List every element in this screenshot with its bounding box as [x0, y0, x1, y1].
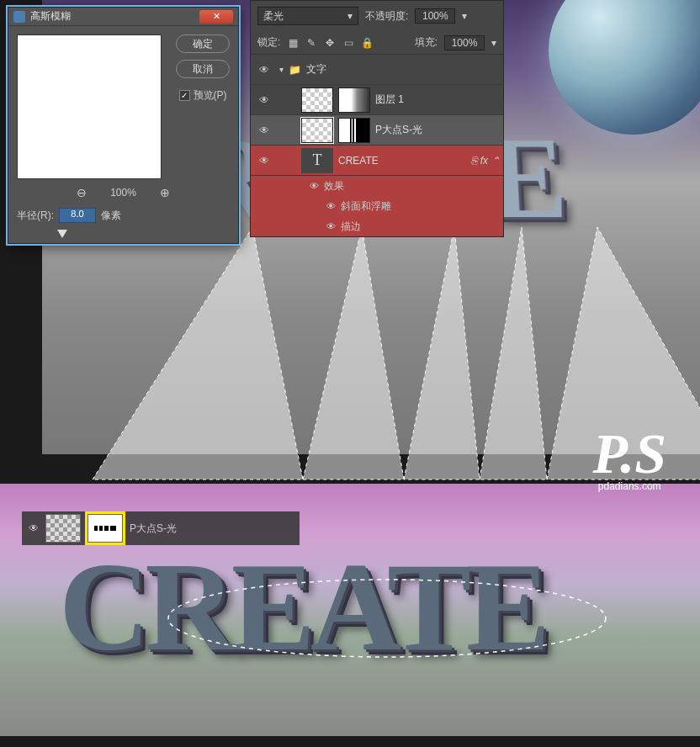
svg-marker-3 — [480, 227, 547, 479]
chevron-down-icon[interactable]: ⌃ — [491, 155, 500, 167]
layer-thumbnail[interactable] — [301, 87, 333, 113]
text-layer-name: CREATE — [338, 155, 466, 167]
radius-unit: 像素 — [101, 209, 121, 223]
preview-area[interactable] — [17, 34, 162, 179]
visibility-eye-icon[interactable]: 👁 — [259, 64, 269, 76]
opacity-input[interactable]: 100% — [415, 8, 455, 24]
link-icon[interactable]: ⎘ — [471, 155, 477, 167]
watermark: P.S pdadians.com — [592, 421, 666, 492]
radius-label: 半径(R): — [17, 209, 54, 223]
visibility-eye-icon[interactable]: 👁 — [29, 522, 39, 534]
layer-row-1[interactable]: 👁 图层 1 — [251, 85, 503, 115]
layers-panel: 柔光 ▾ 不透明度: 100% ▾ 锁定: ▦ ✎ ✥ ▭ 🔒 填充: 100%… — [250, 0, 504, 237]
layer-group-row[interactable]: 👁 ▾ 📁 文字 — [251, 55, 503, 85]
slider-handle[interactable] — [57, 230, 67, 238]
layers-options-row: 柔光 ▾ 不透明度: 100% ▾ — [251, 1, 503, 31]
zoom-percent: 100% — [110, 187, 136, 199]
effects-label: 效果 — [324, 179, 344, 193]
disclosure-icon[interactable]: ▾ — [279, 65, 284, 74]
radius-slider[interactable] — [17, 230, 165, 240]
chevron-down-icon[interactable]: ▾ — [462, 10, 467, 22]
svg-marker-0 — [93, 227, 303, 479]
preview-checkbox[interactable]: ✓ — [179, 90, 190, 101]
zoom-in-icon[interactable]: ⊕ — [160, 186, 170, 199]
layer-row-2[interactable]: 👁 P大点S-光 — [251, 115, 503, 146]
opacity-value: 100% — [422, 10, 448, 22]
effect-name: 描边 — [341, 220, 361, 234]
elliptical-selection — [160, 576, 614, 677]
ok-button[interactable]: 确定 — [176, 34, 230, 53]
layer-thumbnail[interactable] — [301, 118, 333, 143]
radius-input[interactable]: 8.0 — [59, 208, 96, 223]
lock-move-icon[interactable]: ✥ — [324, 37, 336, 49]
mini-layer-name: P大点S-光 — [130, 522, 177, 536]
layer-mask-thumbnail[interactable] — [338, 118, 370, 143]
app-icon — [13, 11, 25, 23]
mini-mask-thumbnail[interactable] — [88, 514, 123, 543]
lock-all-icon[interactable]: 🔒 — [361, 37, 373, 49]
group-name: 文字 — [306, 62, 500, 77]
svg-marker-2 — [404, 227, 480, 479]
effect-name: 斜面和浮雕 — [341, 199, 391, 214]
fx-label[interactable]: fx — [480, 155, 488, 167]
fill-input[interactable]: 100% — [444, 35, 485, 50]
text-layer-row[interactable]: 👁 T CREATE ⎘ fx ⌃ — [251, 146, 503, 176]
lock-transparency-icon[interactable]: ▦ — [287, 37, 299, 49]
fill-label: 填充: — [415, 35, 438, 50]
cancel-button[interactable]: 取消 — [176, 60, 230, 78]
effect-bevel-row[interactable]: 👁 斜面和浮雕 — [251, 196, 503, 216]
svg-marker-1 — [303, 227, 404, 479]
planet-shape — [549, 0, 700, 135]
text-layer-icon: T — [301, 148, 333, 173]
preview-label: 预览(P) — [194, 88, 227, 103]
svg-point-5 — [168, 580, 606, 657]
layer-name: P大点S-光 — [375, 123, 500, 137]
fill-value: 100% — [452, 37, 478, 49]
watermark-sub: pdadians.com — [592, 480, 666, 492]
visibility-eye-icon[interactable]: 👁 — [259, 155, 269, 167]
effect-stroke-row[interactable]: 👁 描边 — [251, 216, 503, 236]
dialog-titlebar[interactable]: 高斯模糊 ✕ — [8, 8, 238, 26]
chevron-down-icon[interactable]: ▾ — [491, 37, 496, 49]
preview-checkbox-row[interactable]: ✓ 预览(P) — [179, 88, 227, 103]
dialog-body: 确定 取消 ✓ 预览(P) ⊖ 100% ⊕ 半径(R): 8.0 像素 — [8, 26, 238, 248]
mask-preview — [94, 526, 116, 531]
visibility-eye-icon[interactable]: 👁 — [326, 201, 336, 211]
layer-name: 图层 1 — [375, 93, 500, 107]
visibility-eye-icon[interactable]: 👁 — [259, 94, 269, 106]
watermark-main: P.S — [592, 421, 666, 487]
lock-label: 锁定: — [257, 35, 280, 50]
folder-icon: 📁 — [289, 64, 301, 76]
effects-row[interactable]: 👁 效果 — [251, 176, 503, 196]
mini-layer-thumbnail[interactable] — [45, 514, 81, 543]
lock-brush-icon[interactable]: ✎ — [305, 37, 317, 49]
dialog-title: 高斯模糊 — [30, 9, 199, 24]
chevron-down-icon: ▾ — [347, 10, 353, 22]
close-button[interactable]: ✕ — [199, 10, 233, 24]
blend-mode-value: 柔光 — [263, 9, 284, 24]
visibility-eye-icon[interactable]: 👁 — [326, 221, 336, 231]
lock-artboard-icon[interactable]: ▭ — [342, 37, 354, 49]
opacity-label: 不透明度: — [365, 9, 408, 24]
lock-row: 锁定: ▦ ✎ ✥ ▭ 🔒 填充: 100% ▾ — [251, 31, 503, 55]
visibility-eye-icon[interactable]: 👁 — [259, 124, 269, 136]
gaussian-blur-dialog: 高斯模糊 ✕ 确定 取消 ✓ 预览(P) ⊖ 100% ⊕ 半径(R): 8.0… — [8, 7, 239, 244]
zoom-out-icon[interactable]: ⊖ — [77, 186, 87, 199]
blend-mode-select[interactable]: 柔光 ▾ — [257, 7, 358, 25]
visibility-eye-icon[interactable]: 👁 — [310, 181, 319, 191]
layer-mask-thumbnail[interactable] — [338, 87, 370, 113]
mini-layer-bar[interactable]: 👁 P大点S-光 — [22, 511, 300, 545]
